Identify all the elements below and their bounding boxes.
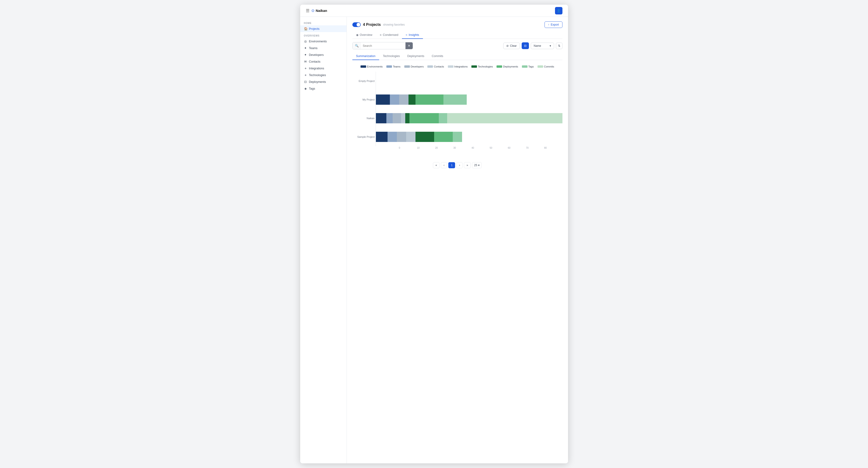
legend-item-tags: Tags (522, 65, 534, 68)
legend-color (386, 65, 392, 68)
sidebar-item-deployments[interactable]: ⊡ Deployments (300, 78, 346, 85)
last-page-button[interactable]: » (464, 162, 471, 168)
bar-label: Empty Project (351, 79, 375, 82)
bar-segment (393, 113, 401, 123)
x-axis-tick: 20 (435, 146, 454, 149)
logo-icon: ⊙ (311, 8, 314, 13)
bar-label: My Project (351, 98, 375, 101)
bar-track (376, 95, 562, 105)
bar-track (376, 76, 562, 86)
bar-segment (376, 95, 390, 105)
subtab-summarization[interactable]: Summarization (352, 53, 379, 60)
subtab-deployments[interactable]: Deployments (404, 53, 428, 60)
sidebar-item-integrations[interactable]: ⋄ Integrations (300, 65, 346, 72)
tags-icon: ◈ (304, 87, 307, 90)
sidebar-item-developers[interactable]: ✦ Developers (300, 52, 346, 58)
bar-segment (447, 113, 562, 123)
favorites-toggle[interactable] (352, 22, 361, 27)
home-section-label: HOME (300, 20, 346, 25)
deployments-icon: ⊡ (304, 80, 307, 83)
sort-select[interactable]: Name ▾ (531, 42, 554, 49)
sidebar-item-environments[interactable]: ◎ Environments (300, 38, 346, 45)
main-panel: 4 Projects showing favorites ↑ Export ◉ … (347, 17, 568, 463)
legend-item-contacts: Contacts (427, 65, 444, 68)
legend-color (471, 65, 477, 68)
legend-color (537, 65, 543, 68)
sidebar-item-teams[interactable]: ✦ Teams (300, 45, 346, 52)
projects-header: 4 Projects showing favorites ↑ Export (352, 22, 562, 28)
bar-row: Empty Project (376, 72, 562, 90)
user-avatar[interactable]: 👤 (555, 7, 562, 14)
first-page-button[interactable]: « (433, 162, 440, 168)
bar-row: Sample Project (376, 128, 562, 146)
current-page-button[interactable]: 1 (448, 162, 455, 168)
x-axis-tick: 80 (544, 146, 562, 149)
sidebar-item-tags[interactable]: ◈ Tags (300, 85, 346, 92)
bar-chart: Empty ProjectMy ProjectNaikanSample Proj… (352, 72, 562, 156)
page-size-chevron-icon: ▾ (478, 164, 479, 167)
tab-insights[interactable]: ≈ Insights (402, 31, 423, 39)
bar-segment (386, 113, 393, 123)
app-window: ☰ ⊙ Naikan 👤 HOME 🏠 Projects OVERVIEWS ◎ (300, 5, 568, 463)
hamburger-button[interactable]: ☰ (306, 8, 310, 13)
filter-button[interactable]: ⊟ (522, 42, 529, 49)
bar-segment (406, 132, 415, 142)
subtab-commits[interactable]: Commits (428, 53, 447, 60)
legend-item-deployments: Deployments (497, 65, 518, 68)
prev-page-button[interactable]: ‹ (441, 162, 447, 168)
search-clear-button[interactable]: ✕ (405, 42, 413, 49)
legend-item-developers: Developers (404, 65, 424, 68)
tab-overview[interactable]: ◉ Overview (352, 31, 376, 39)
pagination-row: « ‹ 1 › » 25 ▾ (352, 162, 562, 171)
search-button[interactable]: 🔍 (352, 42, 361, 49)
x-axis-tick: 10 (417, 146, 435, 149)
teams-icon: ✦ (304, 46, 307, 50)
filter-row: 🔍 ✕ ⊘ Clear ⊟ Name (352, 42, 562, 49)
sidebar-item-contacts[interactable]: ✉ Contacts (300, 58, 346, 65)
bar-segment (376, 113, 386, 123)
sidebar-item-technologies[interactable]: ⋄ Technologies (300, 72, 346, 78)
x-axis-tick: 70 (526, 146, 544, 149)
bar-segment (376, 132, 388, 142)
next-page-button[interactable]: › (457, 162, 463, 168)
logo: ⊙ Naikan (311, 8, 327, 13)
bar-segment (439, 113, 447, 123)
subtab-technologies[interactable]: Technologies (379, 53, 404, 60)
legend-color (427, 65, 433, 68)
overview-tab-icon: ◉ (356, 33, 359, 37)
bar-segment (401, 113, 405, 123)
contacts-icon: ✉ (304, 60, 307, 63)
legend-item-integrations: Integrations (448, 65, 468, 68)
developers-icon: ✦ (304, 53, 307, 57)
x-axis-tick: 30 (454, 146, 472, 149)
sidebar-item-projects[interactable]: 🏠 Projects (300, 25, 346, 32)
x-axis-tick: 40 (472, 146, 490, 149)
chart-area: EnvironmentsTeamsDevelopersContactsInteg… (352, 63, 562, 159)
filter-right: ⊘ Clear ⊟ Name ▾ ⇅ (503, 42, 562, 49)
bar-segment (415, 132, 434, 142)
bar-track (376, 132, 562, 142)
legend-color (497, 65, 502, 68)
bar-segment (453, 132, 462, 142)
topbar: ☰ ⊙ Naikan 👤 (300, 5, 568, 17)
bar-label: Naikan (351, 117, 375, 120)
sort-order-button[interactable]: ⇅ (556, 42, 562, 49)
legend-item-commits: Commits (537, 65, 554, 68)
bar-segment (388, 132, 397, 142)
bar-segment (415, 95, 443, 105)
bar-segment (443, 95, 467, 105)
export-icon: ↑ (548, 23, 549, 26)
tab-condensed[interactable]: ≡ Condensed (376, 31, 402, 39)
window-sidebar: HOME 🏠 Projects OVERVIEWS ◎ Environments… (300, 17, 347, 463)
overviews-section-label: OVERVIEWS (300, 32, 346, 38)
page-size-select[interactable]: 25 ▾ (472, 162, 482, 168)
bar-segment (390, 95, 399, 105)
bar-segment (408, 95, 415, 105)
environments-icon: ◎ (304, 40, 307, 43)
search-input[interactable] (361, 42, 405, 49)
export-button[interactable]: ↑ Export (545, 22, 562, 28)
integrations-icon: ⋄ (304, 67, 307, 70)
chevron-down-icon: ▾ (550, 44, 551, 47)
clear-button[interactable]: ⊘ Clear (503, 42, 520, 49)
condensed-tab-icon: ≡ (380, 33, 381, 37)
